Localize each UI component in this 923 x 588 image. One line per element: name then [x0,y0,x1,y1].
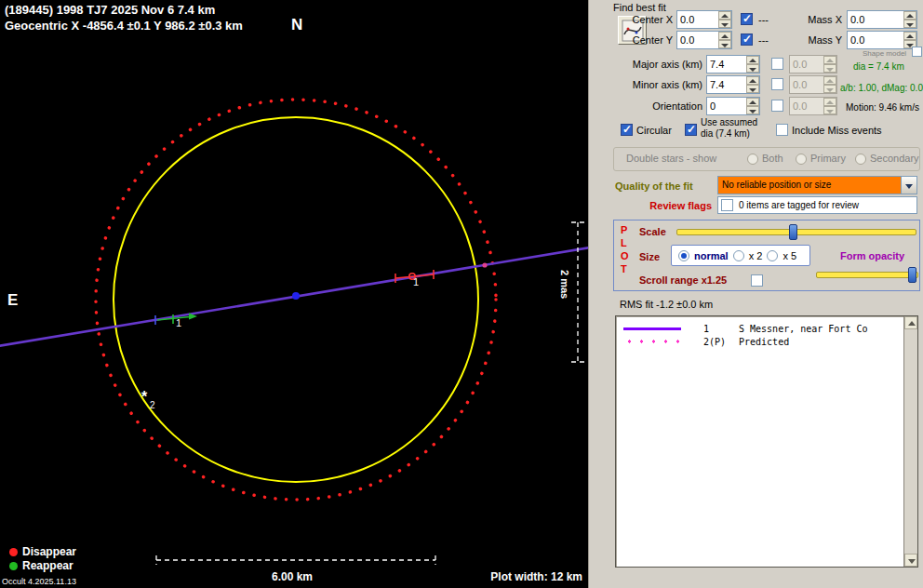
scale-slider[interactable] [676,229,916,235]
spin-up-icon [823,56,836,64]
center-y-spinner[interactable] [676,31,732,49]
spin-down-icon[interactable] [746,85,759,93]
spin-down-icon[interactable] [718,20,731,28]
major-axis-locked-input [790,56,823,73]
plot-letter-t: T [621,263,627,274]
spin-down-icon[interactable] [903,20,916,28]
form-opacity-slider-thumb[interactable] [908,267,916,283]
spin-down-icon [823,64,836,73]
review-flags-checkbox[interactable] [721,199,733,211]
scroll-range-label: Scroll range x1.25 [639,274,727,286]
shape-model-label: Shape model [863,49,906,58]
quality-of-fit-dropdown[interactable]: No reliable position or size [717,176,917,194]
rms-fit-label: RMS fit -1.2 ±0.0 km [620,299,713,310]
double-stars-secondary-radio [855,154,866,165]
center-dot [292,292,300,300]
mas-scale-label: 2 mas [559,270,570,299]
scroll-up-icon[interactable] [904,316,917,329]
spin-up-icon[interactable] [718,32,731,40]
major-axis-input[interactable] [707,56,746,73]
occultation-plot-canvas[interactable]: (189445) 1998 TJ7 2025 Nov 6 7.4 km Geoc… [0,0,588,588]
shape-model-checkbox[interactable] [912,47,922,57]
form-opacity-label: Form opacity [840,250,904,261]
center-y-checkbox[interactable] [741,33,753,46]
size-label: Size [639,251,660,262]
spin-up-icon[interactable] [746,76,759,85]
spin-down-icon [823,85,836,93]
minor-axis-locked-input [790,76,823,93]
list-scrollbar[interactable] [903,316,917,567]
size-normal-label: normal [694,250,729,261]
mass-y-label: Mass Y [799,34,842,46]
scale-slider-thumb[interactable] [789,224,797,240]
plot-width-label: Plot width: 12 km [490,570,582,583]
spin-up-icon[interactable] [718,11,731,20]
chord-number: 1 [703,324,739,334]
orientation-input[interactable] [707,98,746,114]
chord-list-row-2[interactable]: 2(P) Predicted [616,335,903,348]
scroll-range-checkbox[interactable] [751,274,763,287]
chord-list-row-1[interactable]: 1 S Messner, near Fort Co [616,322,903,335]
quality-of-fit-label: Quality of the fit [615,180,693,192]
center-x-checkbox[interactable] [741,13,753,25]
find-best-fit-label: Find best fit [613,2,666,13]
center-y-suffix: --- [758,34,769,46]
green-chord-number: 1 [176,317,181,328]
minor-axis-input[interactable] [707,76,746,93]
center-x-suffix: --- [758,14,769,25]
spin-down-icon[interactable] [746,64,759,73]
minor-axis-locked-spinner [789,75,837,94]
motion-info: Motion: 9.46 km/s [846,102,919,113]
orientation-spinner[interactable] [706,97,760,115]
double-stars-both-radio [747,154,758,165]
mass-y-input[interactable] [848,32,903,48]
include-miss-checkbox[interactable] [776,124,788,136]
minor-axis-checkbox[interactable] [771,78,783,90]
size-normal-radio[interactable] [678,250,689,261]
plot-letter-p: P [621,224,627,235]
chord-observer: Predicted [739,337,789,347]
east-label: E [7,291,18,310]
circular-checkbox[interactable] [621,124,633,136]
use-assumed-label-line2: dia (7.4 km) [701,128,750,139]
red-chord-number: 1 [413,276,419,287]
mass-x-label: Mass X [799,14,842,25]
include-miss-label: Include Miss events [792,125,882,136]
double-stars-secondary-label: Secondary [870,153,919,164]
spin-up-icon[interactable] [903,11,916,20]
dropdown-arrow-icon[interactable] [901,177,916,194]
plot-title: (189445) 1998 TJ7 2025 Nov 6 7.4 km [5,3,215,17]
quality-of-fit-value: No reliable position or size [718,177,901,194]
spin-up-icon[interactable] [746,56,759,64]
center-x-spinner[interactable] [676,10,732,29]
size-x2-radio[interactable] [733,250,744,261]
form-opacity-slider[interactable] [816,272,918,278]
orientation-checkbox[interactable] [771,100,783,112]
major-axis-checkbox[interactable] [771,58,783,70]
spin-down-icon[interactable] [718,40,731,48]
use-assumed-dia-checkbox[interactable] [685,124,697,136]
scroll-down-icon[interactable] [904,554,917,567]
plot-shapes [0,0,588,588]
plot-letter-o: O [621,250,629,261]
spin-up-icon[interactable] [746,98,759,106]
major-axis-spinner[interactable] [706,55,760,74]
center-y-input[interactable] [677,32,718,48]
mass-x-input[interactable] [848,11,903,28]
center-y-label: Center Y [632,34,673,46]
star-marker: * [141,389,147,406]
center-x-input[interactable] [677,11,718,28]
spin-up-icon[interactable] [903,32,916,40]
scale-label: Scale [639,226,666,237]
minor-axis-spinner[interactable] [706,75,760,94]
mass-y-spinner[interactable] [847,31,917,49]
chord-listbox[interactable]: 1 S Messner, near Fort Co 2(P) Predicted [615,315,918,568]
plot-geocentric-info: Geocentric X -4856.4 ±0.1 Y 986.2 ±0.3 k… [5,19,243,33]
mass-x-spinner[interactable] [847,10,917,29]
size-option-box: normal x 2 x 5 [671,245,810,266]
reappear-legend-label: Reappear [22,559,74,572]
spin-down-icon[interactable] [746,106,759,114]
axis-ratio-info: a/b: 1.00, dMag: 0.00 [840,83,923,93]
use-assumed-label-line1: Use assumed [701,117,757,127]
size-x5-radio[interactable] [767,250,778,261]
